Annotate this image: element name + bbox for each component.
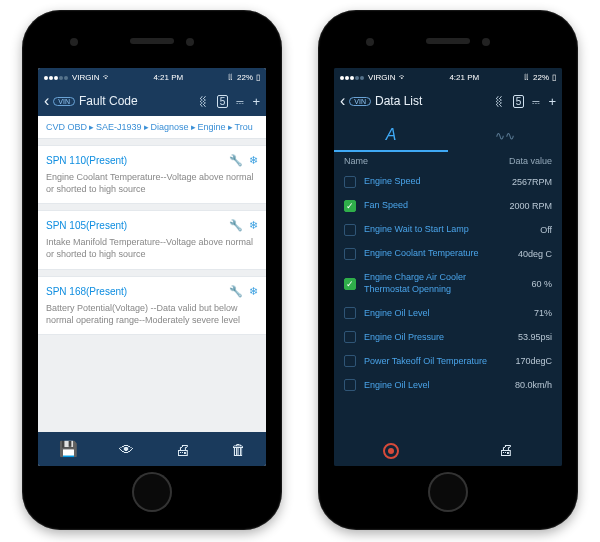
table-row[interactable]: Engine Wait to Start LampOff	[334, 218, 562, 242]
table-row[interactable]: ✓Fan Speed2000 RPM	[334, 194, 562, 218]
snowflake-icon[interactable]: ❄	[249, 154, 258, 167]
fault-item[interactable]: SPN 110(Present) 🔧❄ Engine Coolant Tempe…	[38, 145, 266, 204]
fault-item[interactable]: SPN 168(Present) 🔧❄ Battery Potential(Vo…	[38, 276, 266, 335]
screen-fault-code: VIRGIN ᯤ 4:21 PM ⧛ 22% ▯ ‹ VIN Fault Cod…	[38, 68, 266, 466]
clock-label: 4:21 PM	[153, 73, 183, 82]
table-row[interactable]: Engine Oil Level71%	[334, 301, 562, 325]
checkbox[interactable]: ✓	[344, 200, 356, 212]
delete-button[interactable]: 🗑	[231, 441, 246, 458]
checkbox[interactable]	[344, 248, 356, 260]
phone-left: VIRGIN ᯤ 4:21 PM ⧛ 22% ▯ ‹ VIN Fault Cod…	[22, 10, 282, 530]
row-name: Power Takeoff Oil Temperature	[364, 356, 496, 368]
page-title: Data List	[375, 94, 492, 108]
table-row[interactable]: Engine Coolant Temperature40deg C	[334, 242, 562, 266]
breadcrumb[interactable]: CVD OBD▸SAE-J1939▸Diagnose▸Engine▸Trou	[38, 116, 266, 139]
wifi-icon: ᯤ	[103, 73, 111, 82]
data-rows: Engine Speed2567RPM✓Fan Speed2000 RPMEng…	[334, 170, 562, 432]
nav-bar: ‹ VIN Data List ⧛ 5 ⎓ +	[334, 86, 562, 116]
fault-spn: SPN 168	[46, 286, 86, 297]
row-value: Off	[496, 225, 552, 235]
table-header: Name Data value	[334, 152, 562, 170]
tabs: A ∿∿	[334, 116, 562, 152]
bottom-toolbar: 💾 👁 🖨 🗑	[38, 432, 266, 466]
fault-list: SPN 110(Present) 🔧❄ Engine Coolant Tempe…	[38, 139, 266, 432]
row-value: 40deg C	[496, 249, 552, 259]
back-button[interactable]: ‹	[44, 92, 49, 110]
wrench-icon[interactable]: 🔧	[229, 154, 243, 167]
row-name: Engine Speed	[364, 176, 496, 188]
bottom-toolbar: 🖨	[334, 432, 562, 466]
battery-label: 22%	[533, 73, 549, 82]
signal-dots-icon	[44, 73, 69, 82]
snowflake-icon[interactable]: ❄	[249, 219, 258, 232]
waveform-icon: ∿∿	[495, 129, 515, 143]
wrench-icon[interactable]: 🔧	[229, 285, 243, 298]
fault-item[interactable]: SPN 105(Present) 🔧❄ Intake Manifold Temp…	[38, 210, 266, 269]
checkbox[interactable]	[344, 224, 356, 236]
tab-data[interactable]: A	[334, 126, 448, 152]
table-row[interactable]: ✓Engine Charge Air Cooler Thermostat Ope…	[334, 266, 562, 301]
checkbox[interactable]	[344, 307, 356, 319]
fault-spn: SPN 105	[46, 220, 86, 231]
vin-badge[interactable]: VIN	[349, 97, 371, 106]
row-value: 71%	[496, 308, 552, 318]
table-row[interactable]: Engine Oil Pressure53.95psi	[334, 325, 562, 349]
tab-waveform[interactable]: ∿∿	[448, 126, 562, 152]
plus-button[interactable]: +	[252, 94, 260, 109]
wrench-icon[interactable]: 🔧	[229, 219, 243, 232]
save-button[interactable]: 💾	[59, 440, 78, 458]
checkbox[interactable]: ✓	[344, 278, 356, 290]
checkbox[interactable]	[344, 176, 356, 188]
screenshot-icon[interactable]: 5	[217, 95, 229, 108]
table-row[interactable]: Engine Speed2567RPM	[334, 170, 562, 194]
print-button[interactable]: 🖨	[498, 441, 513, 458]
row-name: Engine Oil Level	[364, 308, 496, 320]
fault-status: (Present)	[86, 155, 127, 166]
status-bar: VIRGIN ᯤ 4:21 PM ⧛ 22% ▯	[38, 68, 266, 86]
home-button[interactable]	[132, 472, 172, 512]
fault-status: (Present)	[86, 286, 127, 297]
row-value: 170degC	[496, 356, 552, 366]
battery-icon: ▯	[256, 73, 260, 82]
row-name: Engine Oil Pressure	[364, 332, 496, 344]
row-value: 80.0km/h	[496, 380, 552, 390]
row-name: Engine Wait to Start Lamp	[364, 224, 496, 236]
bluetooth-nav-icon[interactable]: ⧛	[196, 94, 209, 109]
car-battery-icon[interactable]: ⎓	[236, 94, 244, 109]
view-button[interactable]: 👁	[119, 441, 134, 458]
signal-dots-icon	[340, 73, 365, 82]
row-name: Engine Coolant Temperature	[364, 248, 496, 260]
wifi-icon: ᯤ	[399, 73, 407, 82]
nav-bar: ‹ VIN Fault Code ⧛ 5 ⎓ +	[38, 86, 266, 116]
record-button[interactable]	[383, 440, 399, 459]
row-value: 2567RPM	[496, 177, 552, 187]
screen-data-list: VIRGIN ᯤ 4:21 PM ⧛ 22% ▯ ‹ VIN Data List…	[334, 68, 562, 466]
screenshot-icon[interactable]: 5	[513, 95, 525, 108]
car-battery-icon[interactable]: ⎓	[532, 94, 540, 109]
back-button[interactable]: ‹	[340, 92, 345, 110]
battery-label: 22%	[237, 73, 253, 82]
snowflake-icon[interactable]: ❄	[249, 285, 258, 298]
home-button[interactable]	[428, 472, 468, 512]
checkbox[interactable]	[344, 379, 356, 391]
print-button[interactable]: 🖨	[175, 441, 190, 458]
col-value: Data value	[509, 156, 552, 166]
bluetooth-icon: ⧛	[522, 73, 530, 82]
table-row[interactable]: Engine Oil Level80.0km/h	[334, 373, 562, 397]
checkbox[interactable]	[344, 331, 356, 343]
phone-right: VIRGIN ᯤ 4:21 PM ⧛ 22% ▯ ‹ VIN Data List…	[318, 10, 578, 530]
fault-desc: Engine Coolant Temperature--Voltage abov…	[46, 171, 258, 195]
carrier-label: VIRGIN	[72, 73, 100, 82]
bluetooth-nav-icon[interactable]: ⧛	[492, 94, 505, 109]
table-row[interactable]: Power Takeoff Oil Temperature170degC	[334, 349, 562, 373]
row-name: Engine Oil Level	[364, 380, 496, 392]
checkbox[interactable]	[344, 355, 356, 367]
plus-button[interactable]: +	[548, 94, 556, 109]
vin-badge[interactable]: VIN	[53, 97, 75, 106]
bluetooth-icon: ⧛	[226, 73, 234, 82]
row-name: Engine Charge Air Cooler Thermostat Open…	[364, 272, 496, 295]
col-name: Name	[344, 156, 509, 166]
fault-desc: Intake Manifold Temperature--Voltage abo…	[46, 236, 258, 260]
page-title: Fault Code	[79, 94, 196, 108]
row-name: Fan Speed	[364, 200, 496, 212]
